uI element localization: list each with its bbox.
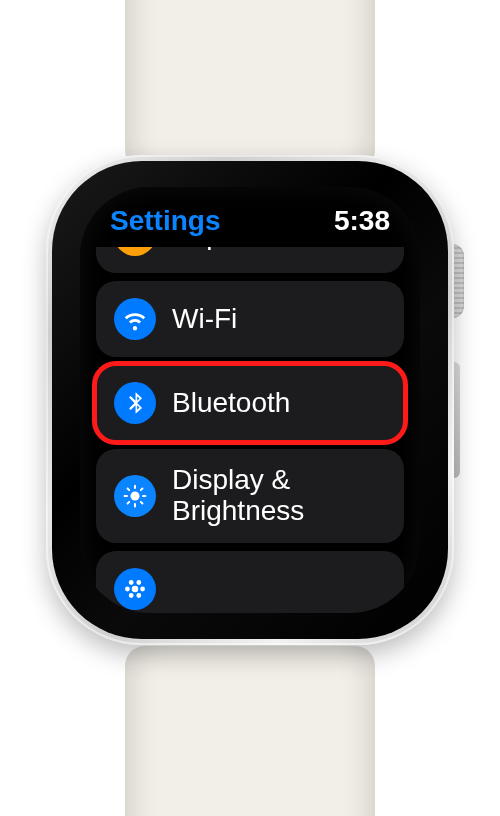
svg-rect-7: [139, 487, 143, 491]
status-bar: Settings 5:38: [80, 187, 420, 245]
bluetooth-icon: [114, 382, 156, 424]
svg-rect-5: [126, 487, 130, 491]
brightness-icon: [114, 475, 156, 517]
settings-list[interactable]: Airplane Mode Wi-Fi Bluetooth: [92, 247, 408, 613]
svg-point-10: [125, 586, 130, 591]
watch-case: Settings 5:38 Airplane Mode Wi-Fi: [46, 155, 454, 645]
svg-point-11: [140, 586, 145, 591]
svg-rect-4: [142, 495, 146, 497]
watch-screen: Settings 5:38 Airplane Mode Wi-Fi: [80, 187, 420, 613]
watch-band-top: [125, 0, 375, 170]
svg-point-14: [129, 593, 134, 598]
svg-rect-1: [134, 484, 136, 488]
svg-point-13: [136, 580, 141, 585]
wifi-icon: [114, 298, 156, 340]
airplane-icon: [114, 247, 156, 256]
watch-band-bottom: [125, 646, 375, 816]
settings-row-bluetooth[interactable]: Bluetooth: [96, 365, 404, 441]
settings-row-next[interactable]: [96, 551, 404, 613]
row-label: Airplane Mode: [172, 247, 353, 250]
svg-point-15: [136, 593, 141, 598]
svg-point-9: [132, 585, 139, 592]
row-label: Display & Brightness: [172, 465, 386, 527]
row-label: Bluetooth: [172, 388, 290, 419]
apple-watch-render: Settings 5:38 Airplane Mode Wi-Fi: [0, 0, 500, 816]
svg-rect-6: [139, 500, 143, 504]
settings-row-wifi[interactable]: Wi-Fi: [96, 281, 404, 357]
settings-row-airplane-mode[interactable]: Airplane Mode: [96, 247, 404, 273]
svg-rect-3: [124, 495, 128, 497]
svg-rect-2: [134, 503, 136, 507]
svg-point-0: [130, 491, 139, 500]
app-view-icon: [114, 568, 156, 610]
row-label: Wi-Fi: [172, 304, 237, 335]
svg-point-12: [129, 580, 134, 585]
screen-title[interactable]: Settings: [110, 205, 220, 237]
settings-row-display-brightness[interactable]: Display & Brightness: [96, 449, 404, 543]
clock-time: 5:38: [334, 205, 390, 237]
svg-rect-8: [126, 500, 130, 504]
